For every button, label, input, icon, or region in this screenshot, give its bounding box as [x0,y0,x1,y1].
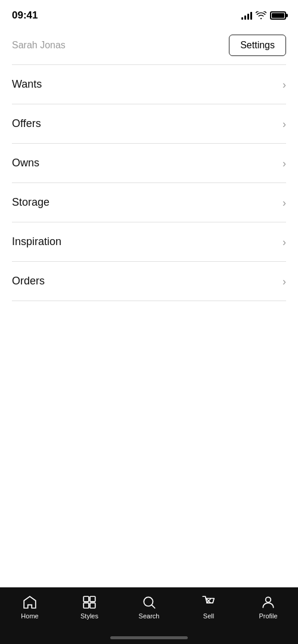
sell-icon [201,595,216,610]
styles-icon [82,595,97,610]
svg-rect-0 [83,596,89,602]
home-icon [22,595,38,610]
nav-styles-label: Styles [80,612,98,620]
profile-icon [260,595,276,610]
divider-orders [12,301,286,301]
settings-button[interactable]: Settings [229,35,286,56]
menu-item-orders-label: Orders [12,275,45,287]
menu-item-inspiration[interactable]: Inspiration › [0,222,298,261]
nav-sell-label: Sell [203,612,214,620]
menu-item-owns[interactable]: Owns › [0,144,298,182]
battery-icon [270,11,286,20]
search-icon [141,595,157,610]
nav-home-label: Home [21,612,38,620]
menu-item-storage[interactable]: Storage › [0,183,298,222]
home-indicator [0,636,298,644]
nav-search-label: Search [139,612,160,620]
menu-item-orders[interactable]: Orders › [0,262,298,301]
wifi-icon [256,11,266,20]
menu-item-wants-label: Wants [12,78,42,91]
menu-item-offers-label: Offers [12,117,41,130]
chevron-right-icon: › [283,197,286,208]
nav-item-styles[interactable]: Styles [60,595,119,620]
profile-header: Sarah Jonas Settings [0,26,298,64]
bottom-navigation: Home Styles Search [0,587,298,636]
status-icons [241,11,286,20]
status-bar: 09:41 [0,0,298,26]
signal-icon [241,11,252,20]
nav-item-sell[interactable]: Sell [179,595,238,620]
chevron-right-icon: › [283,276,286,287]
menu-item-offers[interactable]: Offers › [0,104,298,143]
svg-rect-1 [90,596,95,602]
home-bar [110,636,188,639]
menu-list: Wants › Offers › Owns › Storage › Inspir… [0,65,298,587]
chevron-right-icon: › [283,237,286,247]
svg-rect-2 [83,603,89,608]
nav-profile-label: Profile [259,612,277,620]
svg-line-5 [152,605,155,608]
chevron-right-icon: › [283,158,286,169]
username-label: Sarah Jonas [12,40,66,51]
svg-point-4 [144,597,153,606]
nav-item-home[interactable]: Home [0,595,60,620]
menu-item-storage-label: Storage [12,196,49,209]
svg-point-6 [266,597,271,602]
svg-rect-3 [90,603,95,608]
nav-item-search[interactable]: Search [119,595,179,620]
menu-item-inspiration-label: Inspiration [12,236,61,248]
chevron-right-icon: › [283,119,286,129]
menu-item-wants[interactable]: Wants › [0,65,298,104]
menu-item-owns-label: Owns [12,157,39,169]
status-time: 09:41 [12,10,38,21]
nav-item-profile[interactable]: Profile [238,595,298,620]
chevron-right-icon: › [283,79,286,90]
